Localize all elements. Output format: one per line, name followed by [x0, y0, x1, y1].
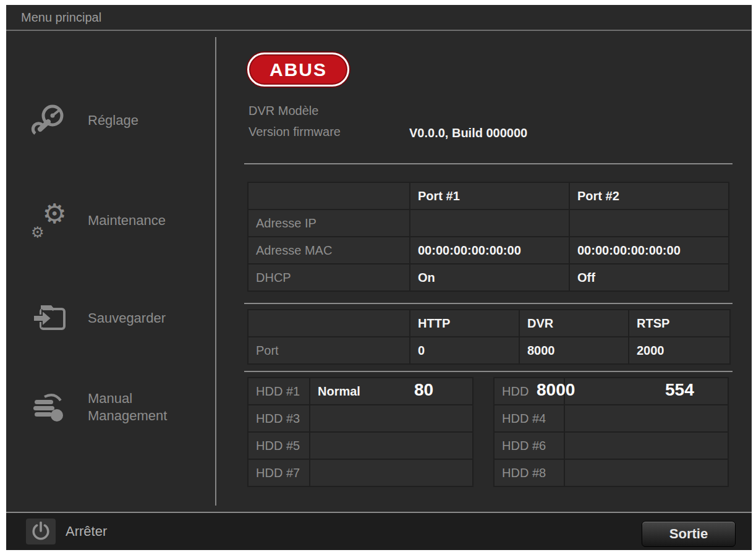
hdd-row: HDD #7	[248, 460, 472, 486]
row-label-cell: Adresse IP	[248, 210, 409, 236]
firmware-value: V0.0.0, Build 000000	[409, 126, 527, 140]
value-cell: Off	[570, 265, 728, 290]
port2-header-cell: Port #2	[570, 183, 728, 209]
footer-bar: Arrêter Sortie	[6, 512, 752, 550]
row-label-cell: Adresse MAC	[248, 237, 409, 263]
annotation-rtsp-port: 554	[665, 376, 694, 404]
dhcp-row: DHCP On Off	[248, 265, 728, 290]
page-title: Menu principal	[21, 5, 101, 30]
shutdown-label: Arrêter	[66, 523, 107, 540]
section-divider	[244, 371, 733, 372]
hdd-row: HDD #3	[248, 405, 472, 431]
hdd-status-cell	[310, 460, 472, 486]
sidebar-item-manual-management[interactable]: Manual Management	[31, 389, 193, 425]
sidebar-item-maintenance[interactable]: ⚙ ⚙ Maintenance	[31, 203, 166, 239]
hdd-status-cell	[565, 405, 728, 431]
http-port-cell: 0	[410, 337, 519, 363]
model-label: DVR Modèle	[248, 104, 318, 118]
sidebar-divider	[215, 37, 216, 506]
manual-management-hand-icon	[31, 389, 67, 425]
exit-button-label: Sortie	[669, 526, 708, 542]
value-cell: On	[410, 265, 569, 290]
maintenance-gears-icon: ⚙ ⚙	[31, 203, 67, 239]
abus-logo-text: ABUS	[270, 59, 327, 80]
value-cell: 00:00:00:00:00:00	[570, 237, 728, 263]
mac-address-row: Adresse MAC 00:00:00:00:00:00 00:00:00:0…	[248, 237, 728, 263]
rtsp-port-cell: 2000	[629, 337, 729, 363]
value-cell: 00:00:00:00:00:00	[410, 237, 569, 263]
sidebar-item-label: Sauvegarder	[88, 310, 166, 327]
section-divider	[244, 303, 733, 304]
sidebar-item-label: Maintenance	[88, 212, 166, 229]
ip-address-row: Adresse IP	[248, 210, 728, 236]
exit-button[interactable]: Sortie	[642, 521, 736, 547]
hdd-row: HDD #4	[495, 405, 728, 431]
rtsp-header-cell: RTSP	[629, 310, 729, 336]
sidebar: Réglage ⚙ ⚙ Maintenance	[6, 31, 215, 512]
empty-cell	[248, 310, 409, 336]
power-icon	[26, 519, 56, 544]
row-label-cell: DHCP	[248, 265, 409, 290]
backup-folder-icon	[31, 300, 67, 336]
abus-logo: ABUS	[247, 53, 349, 87]
firmware-label: Version firmware	[248, 125, 341, 139]
row-label-cell: Port	[248, 337, 409, 363]
title-bar: Menu principal	[6, 5, 752, 31]
hdd-status-cell	[565, 433, 728, 459]
sidebar-item-reglage[interactable]: Réglage	[31, 103, 138, 138]
annotation-http-port: 80	[414, 376, 433, 404]
hdd-status-cell	[565, 460, 728, 486]
hdd-status-cell: Normal	[310, 378, 472, 404]
section-divider	[244, 163, 733, 164]
hdd-row: HDD #6	[495, 433, 728, 459]
hdd-status-cell	[310, 433, 472, 459]
hdd-label-cell: HDD #6	[495, 433, 564, 459]
value-cell	[570, 210, 728, 236]
hdd-label-cell: HDD #1	[248, 378, 309, 404]
hdd-label-cell: HDD #7	[248, 460, 309, 486]
sidebar-item-label: Réglage	[88, 112, 138, 129]
port1-header-cell: Port #1	[410, 183, 569, 209]
hdd-status-cell	[565, 378, 728, 404]
ports-table: HTTP DVR RTSP Port 0 8000 2000	[247, 309, 731, 365]
hdd-label-cell: HDD #5	[248, 433, 309, 459]
hdd-row: HDD #8	[495, 460, 728, 486]
http-header-cell: HTTP	[410, 310, 519, 336]
dvr-port-cell: 8000	[520, 337, 628, 363]
settings-wrench-icon	[31, 103, 67, 138]
port-values-row: Port 0 8000 2000	[248, 337, 729, 363]
hdd-row: HDD #1 Normal	[248, 378, 472, 404]
hdd-label-cell: HDD #4	[495, 405, 564, 431]
hdd-row: HDD #5	[248, 433, 472, 459]
value-cell	[410, 210, 569, 236]
shutdown-button[interactable]: Arrêter	[26, 519, 107, 544]
network-header-row: Port #1 Port #2	[248, 183, 728, 209]
annotation-server-port: 8000	[537, 376, 575, 404]
ports-header-row: HTTP DVR RTSP	[248, 310, 729, 336]
page: Menu principal Réglage	[0, 0, 756, 555]
hdd-label-cell: HDD #8	[495, 460, 564, 486]
network-table: Port #1 Port #2 Adresse IP Adresse MAC 0…	[247, 182, 729, 292]
hdd-table-left: HDD #1 Normal HDD #3 HDD #5 HDD #7	[247, 377, 474, 487]
hdd-status-cell	[310, 405, 472, 431]
empty-cell	[248, 183, 409, 209]
dvr-main-menu-window: Menu principal Réglage	[6, 5, 752, 550]
dvr-header-cell: DVR	[520, 310, 628, 336]
sidebar-item-sauvegarder[interactable]: Sauvegarder	[31, 300, 166, 336]
hdd-label-cell: HDD #3	[248, 405, 309, 431]
sidebar-item-label: Manual Management	[88, 390, 193, 425]
